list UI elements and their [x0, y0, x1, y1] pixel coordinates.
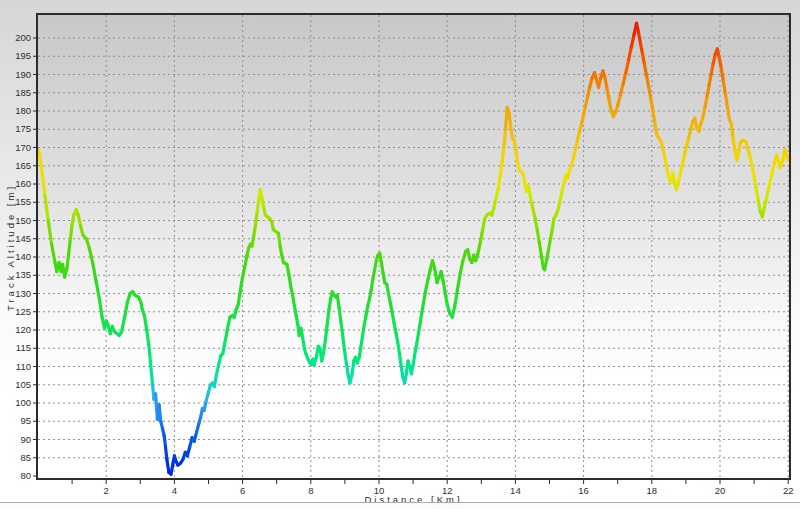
y-tick-label: 190 [15, 69, 31, 80]
chart-canvas: 8085909510010511011512012513013514014515… [0, 0, 800, 509]
y-tick-label: 125 [15, 306, 31, 317]
y-tick-label: 135 [15, 269, 31, 280]
y-tick-label: 185 [15, 87, 31, 98]
y-tick-label: 165 [15, 160, 31, 171]
y-tick-label: 175 [15, 123, 31, 134]
y-tick-label: 115 [16, 342, 31, 353]
y-tick-label: 195 [15, 50, 31, 61]
y-tick-label: 200 [15, 32, 31, 43]
y-tick-label: 150 [15, 215, 31, 226]
y-tick-label: 130 [15, 288, 31, 299]
y-tick-label: 90 [20, 434, 31, 445]
y-tick-label: 160 [15, 178, 31, 189]
y-tick-label: 100 [15, 397, 31, 408]
altitude-profile-chart: 8085909510010511011512012513013514014515… [0, 0, 800, 509]
y-tick-label: 85 [20, 452, 31, 463]
plot-background [37, 14, 790, 479]
y-tick-label: 170 [15, 142, 31, 153]
y-tick-label: 95 [20, 415, 31, 426]
y-tick-label: 105 [15, 379, 31, 390]
y-tick-label: 80 [20, 470, 31, 481]
y-axis-title: Track Altitude [m] [3, 14, 17, 480]
y-tick-label: 110 [16, 361, 31, 372]
y-tick-label: 180 [15, 105, 31, 116]
window-footer [0, 503, 800, 509]
y-tick-label: 140 [15, 251, 31, 262]
y-tick-label: 145 [15, 233, 31, 244]
y-tick-label: 155 [15, 196, 31, 207]
y-tick-label: 120 [15, 324, 31, 335]
